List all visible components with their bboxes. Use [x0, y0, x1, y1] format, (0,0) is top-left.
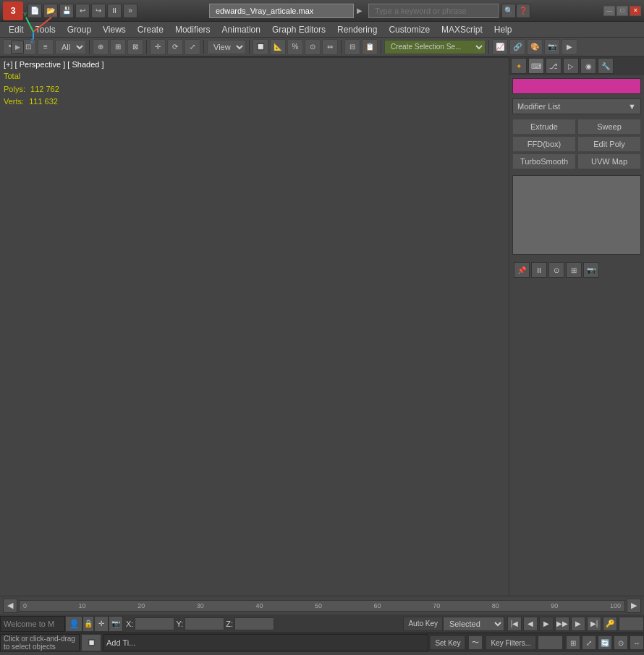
menu-create[interactable]: Create	[132, 23, 169, 36]
timeline-track[interactable]: 0 10 20 30 40 50 60 70 80 90 100	[19, 600, 625, 612]
play-btn[interactable]: ▶	[539, 617, 554, 631]
separator-7	[488, 40, 489, 54]
angle-snap[interactable]: 📐	[270, 39, 286, 55]
timeline-left-btn[interactable]: ◀	[3, 599, 17, 613]
undo-btn[interactable]: ↩	[75, 4, 90, 18]
rotate-tool[interactable]: ⟳	[167, 39, 183, 55]
close-button[interactable]: ✕	[630, 6, 641, 16]
align-tool[interactable]: ⊟	[344, 39, 360, 55]
menu-rendering[interactable]: Rendering	[331, 23, 383, 36]
selection-filter-dropdown[interactable]: Create Selection Se...	[384, 40, 486, 54]
material-editor[interactable]: 🎨	[527, 39, 543, 55]
menu-animation[interactable]: Animation	[216, 23, 266, 36]
lock-icon[interactable]: 🔒	[82, 616, 94, 632]
tab-motion[interactable]: ▷	[563, 58, 579, 74]
camera-icon[interactable]: 📷	[583, 262, 599, 278]
viewport-expand-btn[interactable]: ▶	[11, 41, 24, 54]
modifier-list-arrow: ▼	[628, 102, 636, 111]
vp-ctrl-4[interactable]: ⊙	[614, 635, 628, 650]
redo-btn[interactable]: ↪	[91, 4, 106, 18]
grid-icon[interactable]: ⊞	[566, 262, 582, 278]
tab-utilities[interactable]: 🔧	[598, 58, 614, 74]
snap-mode-icon[interactable]: 🔲	[81, 634, 101, 651]
menu-maxscript[interactable]: MAXScript	[436, 23, 488, 36]
play-all-btn[interactable]: ▶▶	[555, 617, 569, 631]
auto-key-button[interactable]: Auto Key	[403, 617, 443, 631]
pin-icon[interactable]: 📌	[514, 262, 530, 278]
named-sel[interactable]: 📋	[362, 39, 378, 55]
search-input[interactable]	[368, 4, 499, 18]
turbosmooth-btn[interactable]: TurboSmooth	[512, 153, 576, 169]
x-coord-input[interactable]	[135, 617, 174, 630]
person-icon[interactable]: 👤	[65, 616, 82, 632]
search-btn[interactable]: 🔍	[501, 4, 516, 18]
filename-arrow[interactable]: ▶	[357, 7, 363, 14]
menu-group[interactable]: Group	[62, 23, 97, 36]
hold-btn[interactable]: ⏸	[107, 4, 122, 18]
menu-graph-editors[interactable]: Graph Editors	[266, 23, 331, 36]
vp-ctrl-3[interactable]: 🔄	[598, 635, 612, 650]
lasso-tool[interactable]: ⊠	[127, 39, 143, 55]
quick-render[interactable]: ▶	[562, 39, 577, 55]
go-start-btn[interactable]: |◀	[507, 617, 522, 631]
sweep-btn[interactable]: Sweep	[577, 119, 641, 135]
filter-dropdown[interactable]: All	[55, 40, 86, 54]
vp-ctrl-5[interactable]: ↔	[630, 635, 644, 650]
panel-color-swatch[interactable]	[512, 78, 641, 94]
extrude-btn[interactable]: Extrude	[512, 119, 576, 135]
key-filters-button[interactable]: Key Filters...	[486, 635, 536, 650]
prev-frame-btn[interactable]: ◀	[523, 617, 538, 631]
timeline-right-btn[interactable]: ▶	[627, 599, 641, 613]
menu-views[interactable]: Views	[97, 23, 132, 36]
modifier-list-dropdown[interactable]: Modifier List ▼	[512, 98, 641, 114]
right-panel: ✦ ⌨ ⎇ ▷ ◉ 🔧 Modifier List ▼ Extrude Swee…	[509, 56, 644, 596]
ffd-box-btn[interactable]: FFD(box)	[512, 136, 576, 152]
target-icon[interactable]: ⊙	[548, 262, 564, 278]
set-key-button[interactable]: Set Key	[430, 635, 465, 650]
go-end-btn[interactable]: ▶|	[587, 617, 601, 631]
select-region[interactable]: ⊞	[110, 39, 126, 55]
help-question-btn[interactable]: ❓	[516, 4, 530, 18]
frame-number-input[interactable]: 0	[538, 635, 563, 650]
tab-display[interactable]: ◉	[580, 58, 596, 74]
mirror-tool[interactable]: ⇔	[322, 39, 338, 55]
more-btn[interactable]: »	[123, 4, 137, 18]
maximize-button[interactable]: □	[617, 6, 628, 16]
filename-input[interactable]	[209, 4, 354, 18]
uvw-map-btn[interactable]: UVW Map	[577, 153, 641, 169]
edit-poly-btn[interactable]: Edit Poly	[577, 136, 641, 152]
key-mode-btn[interactable]: 🔑	[603, 617, 617, 631]
frame-input[interactable]	[619, 617, 644, 631]
vp-ctrl-2[interactable]: ⤢	[582, 635, 596, 650]
move-tool[interactable]: ⊕	[93, 39, 109, 55]
curve-editor[interactable]: 📈	[492, 39, 508, 55]
menu-modifiers[interactable]: Modifiers	[169, 23, 216, 36]
next-frame-btn[interactable]: ▶	[571, 617, 585, 631]
viewport[interactable]: [+] [ Perspective ] [ Shaded ] Total Pol…	[0, 56, 509, 58]
move-icon[interactable]: ✛	[94, 616, 109, 632]
render-setup[interactable]: 📷	[544, 39, 560, 55]
transform-tool[interactable]: ✛	[150, 39, 166, 55]
snap-toggle[interactable]: 🔲	[253, 39, 268, 55]
scale-tool[interactable]: ⤢	[185, 39, 200, 55]
z-coord-input[interactable]	[234, 617, 274, 630]
menu-help[interactable]: Help	[488, 23, 518, 36]
title-bar: 3 📄 📂 💾 ↩ ↪ ⏸ » ▶ 🔍 ❓ — □ ✕	[0, 0, 644, 22]
percent-snap[interactable]: %	[287, 39, 303, 55]
vp-ctrl-1[interactable]: ⊞	[566, 635, 580, 650]
tab-modify[interactable]: ⌨	[528, 58, 544, 74]
view-mode-dropdown[interactable]: View	[207, 40, 246, 54]
spinner-snap[interactable]: ⊙	[305, 39, 321, 55]
tab-hierarchy[interactable]: ⎇	[546, 58, 562, 74]
y-coord-input[interactable]	[185, 617, 224, 630]
minimize-button[interactable]: —	[603, 6, 615, 16]
pause-icon[interactable]: ⏸	[531, 262, 547, 278]
camera2-icon[interactable]: 📷	[109, 616, 123, 632]
tab-create[interactable]: ✦	[511, 58, 527, 74]
save-file-btn[interactable]: 💾	[59, 4, 74, 18]
y-label: Y:	[176, 620, 183, 628]
wave-icon[interactable]: 〜	[468, 635, 483, 650]
schematic-view[interactable]: 🔗	[509, 39, 525, 55]
selected-dropdown[interactable]: Selected	[443, 617, 504, 631]
menu-customize[interactable]: Customize	[383, 23, 436, 36]
